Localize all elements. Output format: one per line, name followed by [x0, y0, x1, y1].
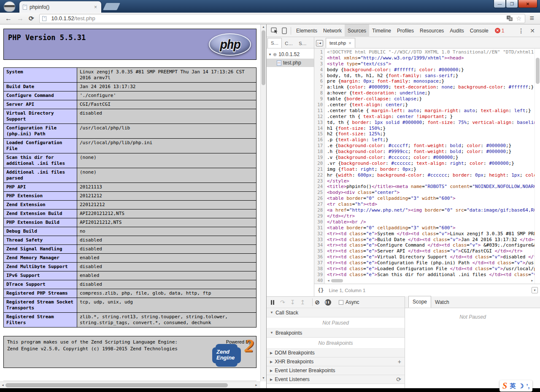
- line-number[interactable]: 32: [314, 231, 324, 237]
- checkbox[interactable]: [339, 300, 343, 305]
- code-line[interactable]: </table><br />: [327, 219, 535, 225]
- code-line[interactable]: <tr><td class="e">Scan this dir for addi…: [327, 272, 535, 278]
- line-number[interactable]: 3: [314, 61, 324, 67]
- section-event-listeners[interactable]: ▶Event Listeners⟳: [267, 375, 405, 384]
- code-line[interactable]: hr {width: 600px; background-color: #ccc…: [327, 172, 535, 178]
- code-line[interactable]: a:link {color: #000099; text-decoration:…: [327, 84, 535, 90]
- code-line[interactable]: <html xmlns="http://www.w3.org/1999/xhtm…: [327, 55, 535, 61]
- line-number[interactable]: 16: [314, 137, 324, 143]
- code-line[interactable]: <title>phpinfo()</title><meta name="ROBO…: [327, 184, 535, 190]
- line-number-gutter[interactable]: 1234567891011121314151617181920212223242…: [314, 48, 325, 284]
- devtools-tab-resources[interactable]: Resources: [417, 24, 447, 37]
- code-line[interactable]: table {border-collapse: collapse;}: [327, 96, 535, 102]
- line-number[interactable]: 11: [314, 108, 324, 114]
- editor-vertical-scrollbar[interactable]: [535, 48, 540, 284]
- line-number[interactable]: 9: [314, 96, 324, 102]
- line-number[interactable]: 38: [314, 266, 324, 272]
- console-error-badge[interactable]: ✕ 1: [495, 28, 505, 34]
- navigator-tab[interactable]: C…: [282, 39, 296, 48]
- zend-engine-logo[interactable]: ZendEngine: [214, 346, 239, 365]
- code-line[interactable]: <table border="0" cellpadding="3" width=…: [327, 196, 535, 201]
- step-over-icon[interactable]: ↷: [280, 299, 285, 306]
- code-line[interactable]: <table border="0" cellpadding="3" width=…: [327, 225, 535, 231]
- ime-indicator[interactable]: S 英 ☽ ’,: [500, 380, 532, 392]
- line-number[interactable]: 21: [314, 166, 324, 172]
- close-window-button[interactable]: ✕: [518, 0, 537, 8]
- code-line[interactable]: body, td, th, h1, h2 {font-family: sans-…: [327, 73, 535, 79]
- punctuation-icon[interactable]: ’,: [526, 383, 530, 389]
- code-line[interactable]: <tr><td class="e">Virtual Directory Supp…: [327, 254, 535, 260]
- step-out-icon[interactable]: ↥: [300, 299, 305, 306]
- line-number[interactable]: 31: [314, 225, 324, 231]
- code-line[interactable]: </style>: [327, 178, 535, 184]
- bookmark-star-icon[interactable]: ☆: [516, 15, 521, 22]
- editor-file-tab[interactable]: test.php ×: [326, 38, 355, 48]
- scrollbar-thumb[interactable]: [536, 58, 540, 84]
- devtools-tab-audits[interactable]: Audits: [447, 24, 467, 37]
- line-number[interactable]: 24: [314, 184, 324, 190]
- code-line[interactable]: .center table { margin-left: auto; margi…: [327, 108, 535, 114]
- code-line[interactable]: .p {text-align: left;}: [327, 137, 535, 143]
- line-number[interactable]: 20: [314, 161, 324, 166]
- code-line[interactable]: <a href="http://www.php.net/"><img borde…: [327, 207, 535, 213]
- code-line[interactable]: .e {background-color: #ccccff; font-weig…: [327, 143, 535, 149]
- scroll-right-icon[interactable]: ►: [531, 279, 534, 282]
- code-line[interactable]: h1 {font-size: 150%;}: [327, 126, 535, 132]
- code-line[interactable]: td, th { border: 1px solid #000000; font…: [327, 120, 535, 126]
- moon-icon[interactable]: ☽: [518, 382, 524, 390]
- code-line[interactable]: .center {text-align: center;}: [327, 102, 535, 108]
- devtools-tab-network[interactable]: Network: [320, 24, 345, 37]
- page-horizontal-scrollbar[interactable]: ◄ ►: [0, 381, 260, 388]
- device-toolbar-icon[interactable]: [282, 27, 287, 34]
- drawer-toggle-icon[interactable]: ▼: [532, 287, 538, 293]
- refresh-icon[interactable]: ⟳: [396, 376, 401, 383]
- back-icon[interactable]: ←: [5, 15, 12, 22]
- code-line[interactable]: body {background-color: #ffffff; color: …: [327, 67, 535, 73]
- code-line[interactable]: <tr><td class="e">Configuration File (ph…: [327, 260, 535, 266]
- translate-icon[interactable]: zA: [507, 16, 513, 21]
- scrollbar-thumb[interactable]: [262, 30, 265, 85]
- devtools-close-icon[interactable]: ✕: [528, 27, 540, 34]
- line-number[interactable]: 33: [314, 237, 324, 243]
- line-number[interactable]: 5: [314, 73, 324, 79]
- line-number[interactable]: 15: [314, 131, 324, 137]
- url-bar[interactable]: 10.0.1.52 /test.php zA ☆: [39, 14, 526, 23]
- line-number[interactable]: 36: [314, 254, 324, 260]
- navigator-tab[interactable]: S…: [296, 39, 309, 48]
- line-number[interactable]: 19: [314, 155, 324, 161]
- restore-button[interactable]: ❐: [506, 0, 518, 8]
- async-checkbox[interactable]: Async: [339, 299, 359, 305]
- line-number[interactable]: 39: [314, 272, 324, 278]
- plus-icon[interactable]: +: [398, 358, 401, 365]
- section-event-listener-breakpoints[interactable]: ▶Event Listener Breakpoints: [267, 366, 405, 375]
- tab-close-icon[interactable]: ×: [93, 4, 98, 10]
- line-number[interactable]: 12: [314, 114, 324, 120]
- navigator-tab[interactable]: S…: [267, 38, 282, 48]
- line-number[interactable]: 7: [314, 84, 324, 90]
- scrollbar-thumb[interactable]: [5, 383, 228, 387]
- code-line[interactable]: <tr><td class="e">Build Date </td><td cl…: [327, 237, 535, 243]
- code-line[interactable]: .v {background-color: #cccccc; color: #0…: [327, 155, 535, 161]
- line-number[interactable]: 22: [314, 172, 324, 178]
- hide-navigator-icon[interactable]: |◄: [316, 40, 323, 46]
- line-number[interactable]: 4: [314, 67, 324, 73]
- menu-icon[interactable]: ≡: [525, 14, 540, 23]
- scroll-left-icon[interactable]: ◄: [1, 384, 4, 387]
- code-line[interactable]: <style type="text/css">: [327, 61, 535, 67]
- line-number[interactable]: 27: [314, 201, 324, 207]
- tree-domain-row[interactable]: ▼ ⊕ 10.0.1.52: [267, 50, 314, 59]
- code-line[interactable]: .h {background-color: #9999cc; font-weig…: [327, 149, 535, 155]
- line-number[interactable]: 8: [314, 90, 324, 96]
- code-line[interactable]: <body><div class="center">: [327, 190, 535, 196]
- editor-horizontal-scrollbar[interactable]: ◄ ►: [327, 278, 534, 283]
- deactivate-breakpoints-icon[interactable]: ⊘: [315, 299, 320, 306]
- minimize-button[interactable]: —: [494, 0, 506, 8]
- code-line[interactable]: <!DOCTYPE html PUBLIC "-//W3C//DTD XHTML…: [327, 49, 535, 55]
- line-number[interactable]: 10: [314, 102, 324, 108]
- forward-icon[interactable]: →: [17, 15, 24, 22]
- close-file-icon[interactable]: ×: [348, 40, 351, 46]
- code-line[interactable]: a:hover {text-decoration: underline;}: [327, 90, 535, 96]
- code-line[interactable]: .vr {background-color: #cccccc; text-ali…: [327, 161, 535, 166]
- line-number[interactable]: 1: [314, 49, 324, 55]
- ime-language-toggle[interactable]: 英: [510, 382, 516, 390]
